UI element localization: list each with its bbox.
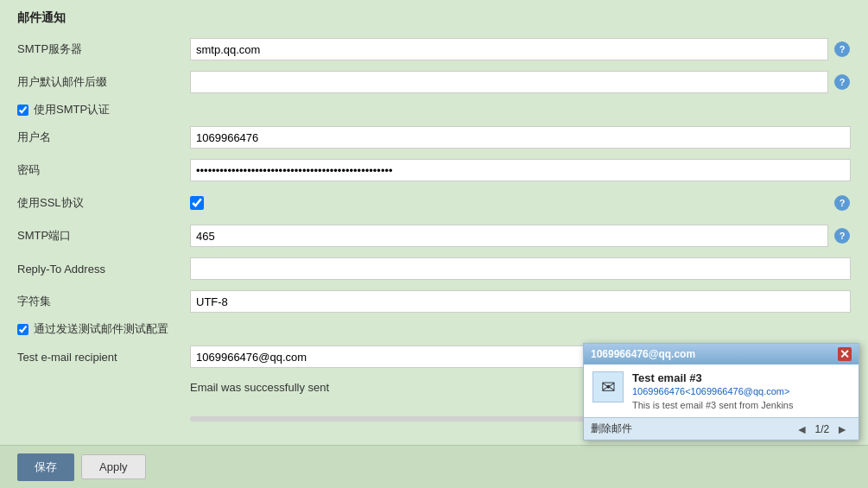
- popup-text-container: Test email #3 1069966476<1069966476@qq.c…: [632, 371, 850, 410]
- charset-input[interactable]: [190, 290, 851, 313]
- password-label: 密码: [17, 162, 190, 178]
- smtp-port-input[interactable]: [190, 225, 828, 247]
- popup-header: 1069966476@qq.com ✕: [584, 344, 858, 364]
- apply-button[interactable]: Apply: [81, 454, 146, 479]
- smtp-port-label: SMTP端口: [17, 228, 190, 244]
- popup-footer: 删除邮件 ◄ 1/2 ►: [584, 417, 858, 440]
- section-title: 邮件通知: [17, 10, 851, 26]
- bottom-bar: 保存 Apply: [0, 445, 868, 488]
- use-ssl-checkbox[interactable]: [190, 196, 204, 210]
- password-input[interactable]: [190, 159, 851, 181]
- charset-label: 字符集: [17, 294, 190, 309]
- popup-mail-icon: ✉: [592, 371, 624, 402]
- username-input[interactable]: [190, 126, 851, 149]
- use-ssl-help-icon[interactable]: ?: [833, 194, 851, 212]
- reply-to-label: Reply-To Address: [17, 263, 190, 276]
- popup-preview: This is test email #3 sent from Jenkins: [632, 400, 850, 410]
- reply-to-input[interactable]: [190, 257, 851, 280]
- popup-prev-button[interactable]: ◄: [793, 422, 812, 436]
- popup-sender: 1069966476<1069966476@qq.com>: [632, 386, 850, 396]
- popup-delete-label[interactable]: 删除邮件: [591, 421, 632, 436]
- smtp-server-help-icon[interactable]: ?: [833, 41, 851, 58]
- test-config-row: 通过发送测试邮件测试配置: [17, 321, 851, 337]
- test-recipient-label: Test e-mail recipient: [17, 351, 190, 364]
- default-suffix-label: 用户默认邮件后缀: [17, 74, 190, 90]
- popup-header-email: 1069966476@qq.com: [591, 348, 695, 360]
- popup-page-info: 1/2: [814, 423, 829, 435]
- smtp-port-help-icon[interactable]: ?: [833, 227, 851, 244]
- popup-body: ✉ Test email #3 1069966476<1069966476@qq…: [584, 364, 858, 417]
- popup-navigation: ◄ 1/2 ►: [793, 422, 852, 436]
- use-smtp-auth-row: 使用SMTP认证: [17, 102, 851, 117]
- use-ssl-row: 使用SSL协议 ?: [17, 190, 851, 216]
- username-label: 用户名: [17, 130, 190, 145]
- email-sent-message: Email was successfully sent: [190, 381, 329, 394]
- email-notification-popup: 1069966476@qq.com ✕ ✉ Test email #3 1069…: [583, 343, 859, 440]
- use-ssl-check-container: [190, 196, 204, 210]
- popup-subject: Test email #3: [632, 371, 850, 384]
- smtp-server-input[interactable]: [190, 38, 828, 60]
- test-config-checkbox[interactable]: [17, 324, 29, 335]
- default-suffix-input[interactable]: [190, 71, 828, 93]
- charset-row: 字符集: [17, 288, 851, 314]
- default-suffix-row: 用户默认邮件后缀 ?: [17, 69, 851, 95]
- password-row: 密码: [17, 157, 851, 183]
- test-config-label[interactable]: 通过发送测试邮件测试配置: [34, 321, 168, 337]
- smtp-server-label: SMTP服务器: [17, 41, 190, 57]
- use-ssl-label: 使用SSL协议: [17, 195, 190, 211]
- reply-to-row: Reply-To Address: [17, 256, 851, 282]
- username-row: 用户名: [17, 124, 851, 150]
- smtp-server-row: SMTP服务器 ?: [17, 36, 851, 62]
- use-smtp-auth-label[interactable]: 使用SMTP认证: [34, 102, 110, 117]
- use-smtp-auth-checkbox[interactable]: [17, 105, 29, 116]
- smtp-port-row: SMTP端口 ?: [17, 223, 851, 249]
- default-suffix-help-icon[interactable]: ?: [833, 73, 851, 91]
- popup-close-button[interactable]: ✕: [838, 347, 852, 361]
- popup-next-button[interactable]: ►: [833, 422, 852, 436]
- save-button[interactable]: 保存: [17, 453, 74, 481]
